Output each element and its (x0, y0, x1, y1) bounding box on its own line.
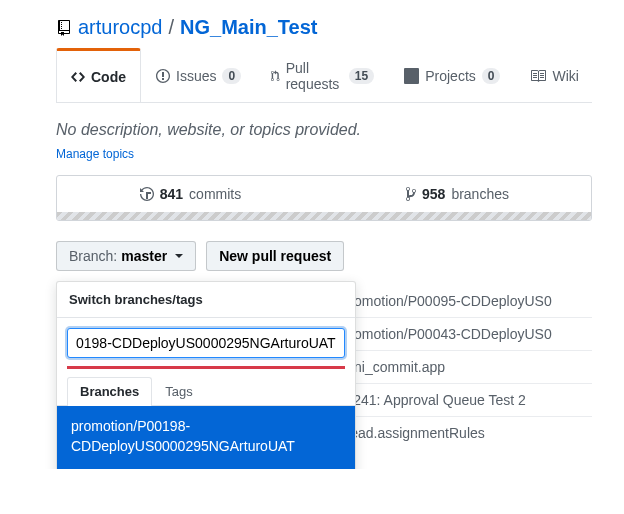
tab-pulls-label: Pull requests (286, 60, 343, 92)
branch-search-input[interactable] (67, 328, 345, 358)
repo-name-link[interactable]: NG_Main_Test (180, 16, 317, 39)
branch-dropdown: Switch branches/tags Branches Tags promo… (56, 281, 356, 469)
repo-description: No description, website, or topics provi… (56, 103, 592, 145)
branches-stat[interactable]: 958 branches (324, 186, 591, 202)
repo-owner-link[interactable]: arturocpd (78, 16, 163, 39)
branch-select-button[interactable]: Branch: master (56, 241, 196, 271)
branch-result-item[interactable]: promotion/P00198-CDDeployUS0000295NGArtu… (57, 406, 355, 469)
repo-nav: Code Issues 0 Pull requests 15 Projects … (56, 49, 592, 103)
branch-btn-label: Branch: (69, 248, 117, 264)
tab-issues[interactable]: Issues 0 (141, 49, 256, 102)
stats-loading-bar (57, 212, 591, 220)
tab-issues-label: Issues (176, 68, 216, 84)
repo-stats: 841 commits 958 branches (56, 175, 592, 221)
dropdown-title: Switch branches/tags (57, 282, 355, 318)
tab-wiki-label: Wiki (552, 68, 578, 84)
book-icon (530, 68, 546, 84)
tab-pull-requests[interactable]: Pull requests 15 (256, 49, 389, 102)
dropdown-tab-tags[interactable]: Tags (152, 377, 205, 405)
tab-wiki[interactable]: Wiki (515, 49, 593, 102)
branches-count: 958 (422, 186, 445, 202)
branch-result-label: promotion/P00198-CDDeployUS0000295NGArtu… (71, 418, 295, 454)
code-icon (71, 69, 85, 85)
caret-down-icon (175, 254, 183, 258)
branches-label: branches (451, 186, 509, 202)
tab-code-label: Code (91, 69, 126, 85)
tab-code[interactable]: Code (56, 48, 141, 102)
dropdown-tab-branches[interactable]: Branches (67, 377, 152, 406)
branch-icon (406, 186, 416, 202)
issues-count: 0 (222, 68, 241, 84)
issue-icon (156, 68, 170, 84)
project-icon (404, 68, 419, 84)
tab-projects-label: Projects (425, 68, 476, 84)
history-icon (140, 186, 154, 202)
tab-projects[interactable]: Projects 0 (389, 49, 515, 102)
path-separator: / (169, 16, 175, 39)
projects-count: 0 (482, 68, 501, 84)
commits-label: commits (189, 186, 241, 202)
commits-count: 841 (160, 186, 183, 202)
new-pull-request-button[interactable]: New pull request (206, 241, 344, 271)
repo-icon (56, 20, 72, 36)
branch-btn-value: master (121, 248, 167, 264)
commits-stat[interactable]: 841 commits (57, 186, 324, 202)
pulls-count: 15 (349, 68, 374, 84)
pull-request-icon (271, 68, 279, 84)
manage-topics-link[interactable]: Manage topics (56, 147, 134, 175)
annotation-underline (67, 366, 345, 369)
